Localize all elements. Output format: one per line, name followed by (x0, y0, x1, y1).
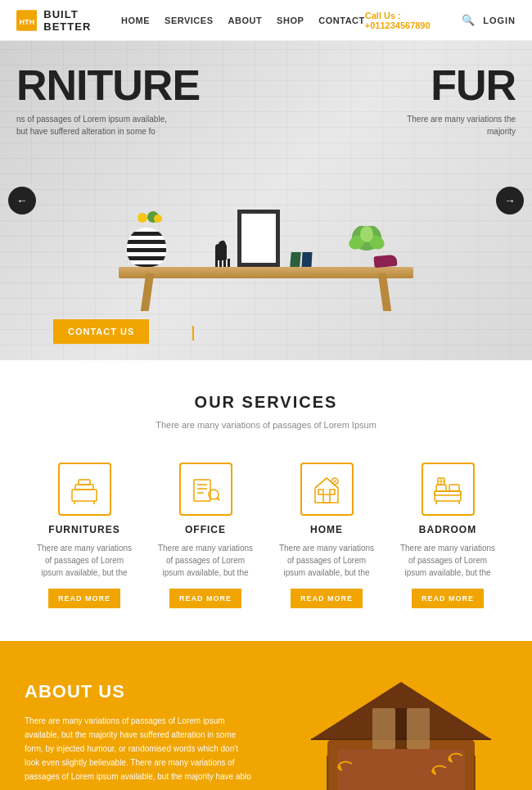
desk-scene (102, 147, 430, 311)
hero-section: RNITURE ns of passages of Lorem ipsum av… (0, 41, 532, 360)
svg-rect-39 (372, 708, 395, 749)
badroom-icon (431, 473, 464, 506)
furnitures-icon (68, 473, 101, 506)
office-icon-box (179, 463, 232, 516)
svg-rect-40 (407, 708, 430, 749)
svg-text:HTH: HTH (20, 17, 35, 25)
home-name: HOME (277, 524, 376, 535)
arrow-right-icon: → (504, 194, 516, 207)
hero-title-right: FUR (401, 64, 516, 106)
svg-rect-6 (360, 251, 373, 264)
services-subtitle: There are many variations of passages of… (16, 420, 516, 430)
flower-yellow2 (154, 214, 162, 223)
home-icon-box (300, 463, 354, 516)
header-right: Call Us : +011234567890 🔍 LOGIN (365, 11, 516, 30)
nav-shop[interactable]: SHOP (277, 16, 304, 25)
svg-rect-28 (449, 485, 459, 491)
contact-us-button[interactable]: CONTACT US (53, 319, 149, 344)
badroom-read-more[interactable]: READ MORE (412, 589, 484, 608)
logo-icon: HTH (16, 9, 37, 32)
header: HTH BUILT BETTER HOME SERVICES ABOUT SHO… (0, 0, 532, 41)
services-grid: FURNITURES There are many variations of … (16, 454, 516, 616)
svg-rect-12 (194, 480, 210, 501)
svg-rect-8 (75, 485, 93, 490)
arrow-left-icon: ← (16, 194, 28, 207)
book-1 (290, 252, 301, 267)
nav-services[interactable]: SERVICES (165, 16, 213, 25)
badroom-icon-box (422, 463, 475, 516)
hero-prev-button[interactable]: ← (8, 187, 36, 214)
svg-rect-21 (330, 490, 335, 494)
phone-number: Call Us : +011234567890 (365, 11, 453, 30)
desk-leg-right (378, 273, 391, 311)
services-section: OUR SERVICES There are many variations o… (0, 360, 532, 641)
home-read-more[interactable]: READ MORE (291, 589, 363, 608)
nav-about[interactable]: ABOUT (228, 16, 263, 25)
svg-rect-9 (79, 480, 90, 485)
svg-rect-20 (318, 490, 323, 494)
svg-point-5 (360, 226, 373, 242)
login-button[interactable]: LOGIN (483, 16, 516, 25)
furnitures-name: FURNITURES (34, 524, 134, 535)
logo-text: BUILT BETTER (43, 8, 121, 33)
office-name: OFFICE (156, 524, 255, 535)
services-title: OUR SERVICES (16, 393, 516, 412)
service-card-furnitures: FURNITURES There are many variations of … (28, 454, 141, 616)
vase-decoration (127, 219, 166, 267)
home-desc: There are many variations of passages of… (277, 542, 376, 579)
picture-frame (237, 210, 280, 267)
hero-line-decoration (192, 326, 194, 341)
about-title: ABOUT US (25, 681, 254, 702)
badroom-desc: There are many variations of passages of… (398, 542, 498, 579)
furnitures-icon-box (58, 463, 111, 516)
service-card-badroom: BADROOM There are many variations of pas… (391, 454, 504, 616)
office-read-more[interactable]: READ MORE (169, 589, 241, 608)
main-nav: HOME SERVICES ABOUT SHOP CONTACT (121, 16, 365, 25)
service-card-office: OFFICE There are many variations of pass… (149, 454, 262, 616)
hero-text-left: RNITURE ns of passages of Lorem ipsum av… (16, 64, 200, 138)
hero-subtitle-left: ns of passages of Lorem ipsum available,… (16, 113, 180, 138)
badroom-name: BADROOM (398, 524, 498, 535)
about-section: ABOUT US There are many variations of pa… (0, 641, 532, 790)
furnitures-read-more[interactable]: READ MORE (48, 589, 120, 608)
service-card-home: HOME There are many variations of passag… (270, 454, 383, 616)
svg-rect-35 (337, 749, 465, 790)
svg-rect-27 (436, 485, 446, 491)
about-image (295, 674, 507, 790)
office-icon (189, 473, 222, 506)
desk-leg-left (141, 273, 154, 311)
about-content: ABOUT US There are many variations of pa… (25, 681, 254, 790)
svg-rect-25 (435, 491, 461, 501)
home-icon (310, 473, 343, 506)
svg-line-17 (217, 498, 219, 500)
nav-home[interactable]: HOME (121, 16, 150, 25)
vase-body (127, 228, 166, 267)
svg-rect-7 (72, 490, 97, 501)
flower-yellow (138, 213, 147, 223)
nav-contact[interactable]: CONTACT (318, 16, 364, 25)
logo[interactable]: HTH BUILT BETTER (16, 8, 121, 33)
wooden-house-svg (295, 674, 507, 790)
svg-rect-19 (323, 494, 330, 503)
hero-title-left: RNITURE (16, 64, 200, 106)
horse-figurine (213, 242, 229, 267)
hero-subtitle-right: There are many variations the majority (401, 113, 516, 138)
hero-text-right: FUR There are many variations the majori… (401, 64, 516, 138)
book-2 (302, 252, 313, 267)
search-icon[interactable]: 🔍 (462, 14, 475, 26)
furnitures-desc: There are many variations of passages of… (34, 542, 134, 579)
books-decoration (291, 252, 312, 267)
about-text: There are many variations of passages of… (25, 714, 254, 783)
desk-surface (119, 267, 413, 278)
hero-next-button[interactable]: → (496, 187, 524, 214)
desk-object (373, 255, 397, 268)
office-desc: There are many variations of passages of… (156, 542, 255, 579)
